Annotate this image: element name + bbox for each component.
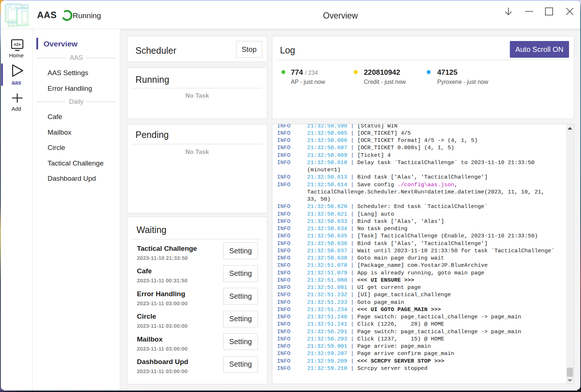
svg-text:</>: </>	[14, 42, 21, 47]
